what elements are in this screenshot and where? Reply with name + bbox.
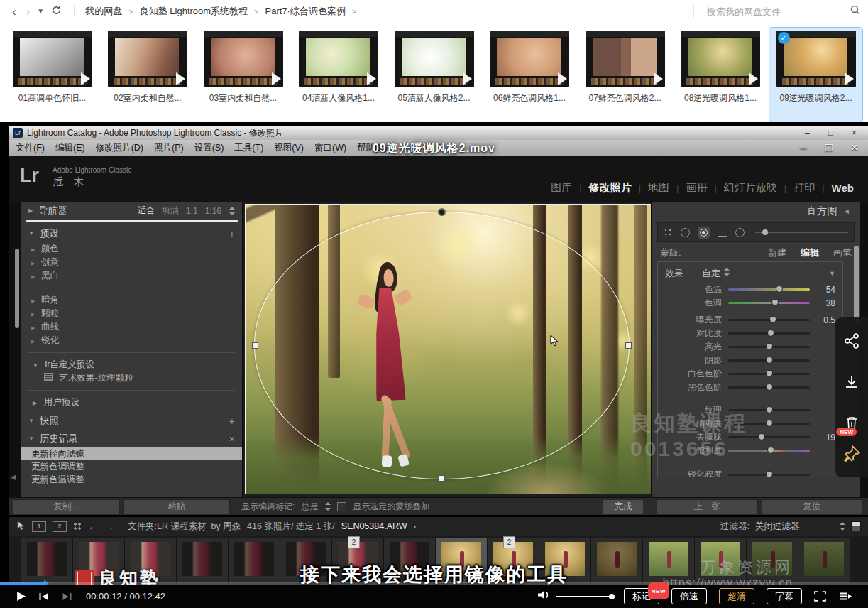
slider-handle[interactable]: [766, 384, 773, 391]
snapshots-header[interactable]: ▼ 快照 +: [21, 412, 242, 430]
slider-handle[interactable]: [769, 316, 776, 323]
copy-button[interactable]: 复制...: [13, 499, 120, 514]
second-window-button[interactable]: 2: [53, 521, 67, 532]
video-player[interactable]: Lr Lightroom Catalog - Adobe Photoshop L…: [0, 122, 868, 608]
video-card[interactable]: 07鲜亮色调风格2...: [578, 28, 671, 122]
navigator-header[interactable]: ▶ 导航器 适合填满1:11:16: [21, 202, 242, 219]
video-thumbnail[interactable]: [108, 31, 187, 87]
slider-track[interactable]: [728, 359, 810, 362]
video-thumbnail[interactable]: ✓: [776, 31, 856, 87]
collapse-effect-icon[interactable]: ▼: [829, 270, 835, 277]
volume-icon[interactable]: [537, 589, 551, 604]
video-card[interactable]: 05清新人像风格2...: [388, 28, 480, 122]
previous-arrow-icon[interactable]: ←: [88, 521, 98, 532]
history-dropdown-icon[interactable]: ▼: [37, 8, 44, 15]
breadcrumb-item[interactable]: 良知塾 Lightroom系统教程: [140, 5, 248, 18]
playlist-icon[interactable]: [838, 591, 852, 602]
video-thumbnail[interactable]: [490, 31, 569, 87]
mask-action[interactable]: 编辑: [801, 246, 819, 259]
slider-handle[interactable]: [766, 357, 773, 364]
radial-filter-ellipse[interactable]: [254, 212, 630, 479]
video-thumbnail[interactable]: [299, 31, 378, 87]
tool-mini-slider[interactable]: [755, 232, 848, 233]
mask-action[interactable]: 新建: [768, 246, 786, 259]
breadcrumb-item[interactable]: Part7·综合调色案例: [265, 5, 346, 18]
history-item[interactable]: 更新色调调整: [21, 460, 242, 473]
navigator-zoom-option[interactable]: 填满: [162, 205, 179, 217]
mask-action[interactable]: 画笔: [833, 246, 852, 259]
video-card[interactable]: 04清新人像风格1...: [292, 28, 385, 122]
preset-group[interactable]: 创意: [21, 256, 242, 269]
fullscreen-icon[interactable]: [813, 590, 827, 602]
slider-track[interactable]: [728, 302, 810, 304]
video-card[interactable]: 01高调单色怀旧...: [6, 28, 99, 122]
folder-info[interactable]: 文件夹:LR 课程素材_by 周森: [128, 521, 241, 533]
radial-filter-handle-west[interactable]: [252, 342, 258, 349]
slider-handle[interactable]: [766, 420, 773, 427]
lr-module-tab[interactable]: 打印: [793, 181, 815, 195]
slider-track[interactable]: [728, 288, 810, 291]
left-scrollbar[interactable]: [15, 249, 19, 328]
breadcrumb-item[interactable]: 我的网盘: [85, 5, 122, 18]
mask-overlay-checkbox[interactable]: [337, 502, 346, 511]
preset-group[interactable]: 曲线: [21, 320, 242, 334]
slider-track[interactable]: [728, 436, 810, 438]
quality-button[interactable]: 超清: [719, 588, 754, 604]
filter-toggle[interactable]: [851, 521, 861, 531]
adjustment-brush-icon[interactable]: [735, 228, 745, 237]
video-thumbnail[interactable]: [586, 31, 665, 87]
slider-track[interactable]: [728, 319, 810, 321]
lr-module-tab[interactable]: 幻灯片放映: [724, 181, 777, 195]
navigator-zoom-option[interactable]: 1:1: [186, 206, 198, 216]
stepper-icon[interactable]: [839, 522, 845, 531]
user-presets-header[interactable]: ▶ 用户预设: [21, 396, 242, 409]
slider-handle[interactable]: [758, 433, 765, 440]
slider-track[interactable]: [728, 346, 810, 348]
mark-button[interactable]: 标记NEW: [624, 588, 659, 604]
share-icon[interactable]: [843, 332, 860, 352]
spot-removal-icon[interactable]: [681, 228, 690, 237]
slider-track[interactable]: [728, 423, 810, 425]
clear-history-icon[interactable]: ×: [229, 433, 235, 445]
slider-handle[interactable]: [776, 286, 783, 293]
lr-module-tab[interactable]: 图库: [551, 181, 572, 195]
lr-module-tab[interactable]: Web: [832, 182, 854, 194]
slider-handle[interactable]: [766, 406, 773, 413]
filename-dropdown-icon[interactable]: ▾: [414, 523, 417, 530]
presets-header[interactable]: ▼ 预设 +: [21, 224, 242, 242]
edit-pins-mode[interactable]: 总是: [301, 501, 318, 513]
hand-tool-icon[interactable]: [16, 520, 26, 533]
filter-value[interactable]: 关闭过滤器: [755, 521, 833, 533]
preset-group[interactable]: 颜色: [21, 242, 242, 256]
histogram-header[interactable]: 直方图 ◀: [652, 202, 860, 220]
paste-button[interactable]: 粘贴: [123, 499, 231, 514]
caption-button[interactable]: 字幕: [767, 588, 802, 604]
slider-track[interactable]: [728, 332, 810, 335]
radial-filter-tool-icon[interactable]: [698, 227, 710, 239]
effect-preset-value[interactable]: 自定: [702, 267, 730, 280]
player-close-icon[interactable]: ×: [851, 141, 858, 155]
slider-handle[interactable]: [771, 299, 779, 306]
preset-item[interactable]: 艺术效果-纹理颗粒: [21, 371, 242, 385]
add-preset-icon[interactable]: +: [229, 228, 235, 239]
reset-button[interactable]: 复位: [762, 499, 863, 514]
slider-track[interactable]: [728, 450, 810, 452]
main-window-button[interactable]: 1: [32, 521, 46, 532]
refresh-icon[interactable]: [51, 5, 62, 18]
next-arrow-icon[interactable]: →: [104, 521, 114, 532]
slider-track[interactable]: [728, 386, 810, 389]
forward-icon[interactable]: ›: [26, 6, 31, 18]
slider-handle[interactable]: [767, 447, 774, 454]
slider-track[interactable]: [728, 474, 810, 476]
navigator-zoom-option[interactable]: 1:16: [205, 206, 221, 216]
back-icon[interactable]: ‹: [12, 6, 16, 18]
radial-filter-handle-east[interactable]: [625, 342, 632, 349]
video-thumbnail[interactable]: [395, 31, 474, 87]
crop-tool-icon[interactable]: [664, 228, 673, 237]
volume-slider[interactable]: [556, 596, 612, 597]
custom-presets-header[interactable]: ▼ lr自定义预设: [21, 358, 242, 371]
history-item[interactable]: 更新色温调整: [21, 473, 242, 486]
player-minimize-icon[interactable]: –: [800, 141, 806, 155]
slider-handle[interactable]: [767, 330, 774, 337]
right-scrollbar[interactable]: [854, 246, 859, 322]
